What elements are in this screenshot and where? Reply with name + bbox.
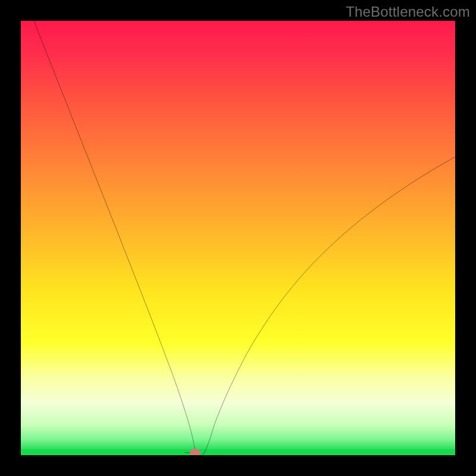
bottleneck-curve	[21, 21, 455, 455]
chart-frame: TheBottleneck.com	[0, 0, 476, 476]
optimum-marker	[190, 449, 201, 455]
plot-area	[21, 21, 455, 455]
watermark-text: TheBottleneck.com	[346, 4, 470, 20]
